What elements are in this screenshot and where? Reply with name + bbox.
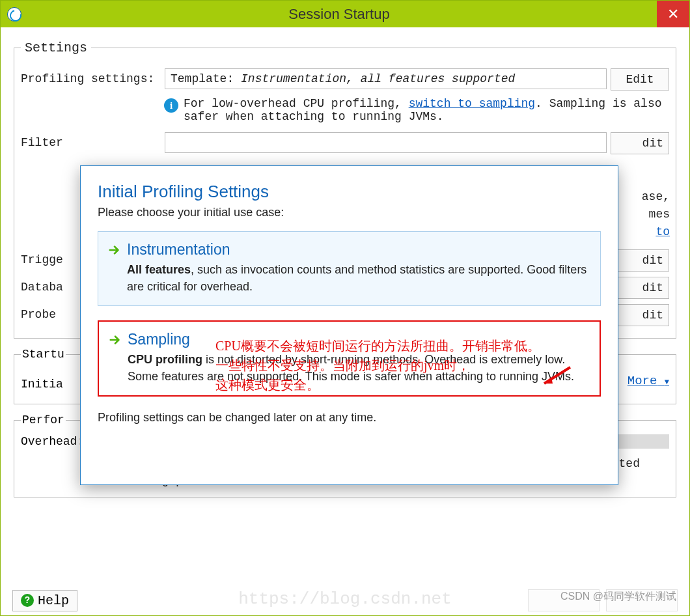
csdn-watermark: CSDN @码同学软件测试 (560, 590, 676, 604)
close-button[interactable]: ✕ (657, 1, 689, 27)
performance-legend: Perfor (21, 413, 66, 427)
filter-info-tail: ase, mes to (642, 188, 670, 241)
filter-edit-button[interactable]: dit (611, 132, 669, 154)
sampling-title: Sampling (128, 331, 190, 348)
profiling-info-note: i For low-overhead CPU profiling, switch… (164, 96, 669, 127)
profiling-settings-label: Profiling settings: (21, 68, 161, 85)
profiling-settings-row: Profiling settings: Template: Instrument… (21, 68, 669, 91)
filter-field[interactable] (165, 132, 607, 153)
instrumentation-title: Instrumentation (127, 241, 230, 259)
initial-label: Initia (21, 374, 79, 391)
instrumentation-body: All features, such as invocation counts … (127, 261, 590, 295)
filter-row: Filter dit (21, 132, 669, 154)
titlebar: Session Startup ✕ (1, 1, 689, 27)
trigger-edit-button[interactable]: dit (611, 249, 669, 272)
more-link[interactable]: More ▼ (628, 374, 669, 388)
initial-profiling-dialog: Initial Profiling Settings Please choose… (80, 165, 618, 485)
app-icon (7, 7, 21, 21)
dialog-footer-text: Profiling settings can be changed later … (98, 411, 601, 425)
window-title: Session Startup (21, 6, 657, 23)
info-icon: i (164, 98, 178, 113)
settings-legend: Settings (21, 40, 91, 55)
sampling-body: CPU profiling is not distorted by short-… (128, 351, 589, 385)
switch-to-sampling-link[interactable]: switch to sampling (409, 97, 535, 110)
database-edit-button[interactable]: dit (611, 277, 669, 299)
arrow-right-icon (109, 334, 121, 346)
help-button[interactable]: ? Help (12, 590, 77, 611)
dialog-subtitle: Please choose your initial use case: (98, 206, 601, 219)
profiling-settings-field[interactable]: Template: Instrumentation, all features … (165, 68, 607, 89)
startup-legend: Startu (21, 348, 66, 361)
session-startup-window: Session Startup ✕ Settings Profiling set… (0, 0, 690, 616)
sampling-option[interactable]: Sampling CPU profiling is not distorted … (98, 320, 601, 397)
filter-label: Filter (21, 132, 161, 149)
dialog-title: Initial Profiling Settings (98, 182, 601, 202)
info-text: For low-overhead CPU profiling, switch t… (184, 97, 669, 123)
chevron-down-icon: ▼ (665, 378, 669, 387)
instrumentation-option[interactable]: Instrumentation All features, such as in… (98, 231, 601, 306)
filter-info-link-tail[interactable]: to (656, 225, 670, 238)
arrow-right-icon (109, 244, 120, 256)
profiling-edit-button[interactable]: Edit (611, 68, 669, 91)
probe-edit-button[interactable]: dit (611, 304, 669, 326)
help-icon: ? (21, 594, 34, 607)
